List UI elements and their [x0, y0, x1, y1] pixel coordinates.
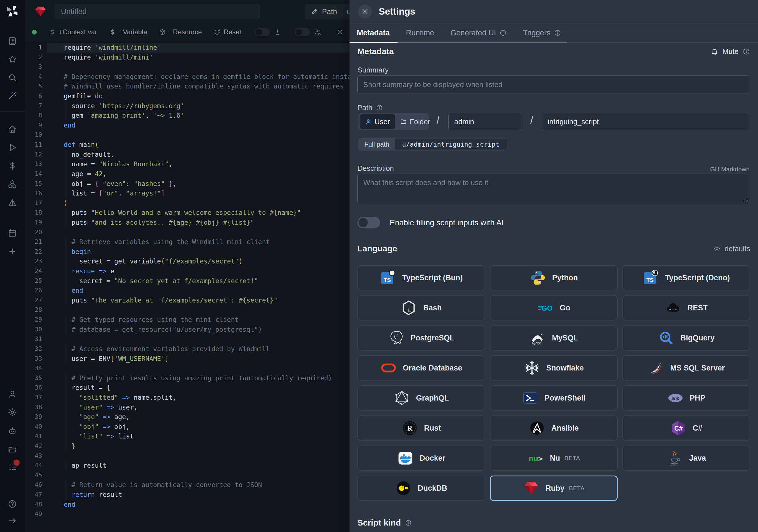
language-card-bigquery[interactable]: BigQuery: [622, 325, 750, 351]
language-card-ansible[interactable]: Ansible: [490, 415, 618, 441]
settings-gear-icon[interactable]: [336, 28, 344, 36]
code-line-10[interactable]: 10: [25, 130, 350, 140]
info-icon[interactable]: [376, 104, 383, 111]
search-icon[interactable]: [8, 73, 17, 82]
description-textarea[interactable]: [358, 174, 749, 203]
user-icon[interactable]: [8, 389, 17, 399]
app-launcher-icon[interactable]: [8, 36, 17, 46]
code-line-5[interactable]: 5# Windmill uses bundler/inline compatib…: [25, 82, 350, 91]
code-line-15[interactable]: 15 obj = { "even": "hashes" },: [25, 179, 350, 189]
code-line-48[interactable]: 48end: [25, 500, 350, 510]
code-line-12[interactable]: 12 no_default,: [25, 150, 350, 160]
code-line-23[interactable]: 23 secret = get_variable("f/examples/sec…: [25, 257, 350, 266]
info-icon[interactable]: [405, 519, 412, 526]
info-icon[interactable]: [742, 48, 750, 55]
close-button[interactable]: [358, 5, 372, 18]
pyramid-icon[interactable]: [8, 198, 17, 208]
gear-icon[interactable]: [8, 408, 17, 417]
code-line-40[interactable]: 40 "obj" => obj,: [25, 422, 350, 432]
language-card-rust[interactable]: RRust: [358, 415, 485, 441]
language-card-go[interactable]: GOGo: [490, 295, 618, 321]
code-line-27[interactable]: 27 puts "The variable at 'f/examples/sec…: [25, 296, 350, 305]
code-line-24[interactable]: 24 rescue => e: [25, 266, 350, 276]
code-line-37[interactable]: 37 "splitted" => name.split,: [25, 393, 350, 403]
code-line-14[interactable]: 14 age = 42,: [25, 169, 350, 179]
code-line-3[interactable]: 3: [25, 62, 350, 72]
star-icon[interactable]: [8, 54, 17, 64]
code-line-28[interactable]: 28: [25, 305, 350, 315]
code-line-47[interactable]: 47 return result: [25, 490, 350, 500]
owner-kind-folder[interactable]: Folder: [395, 114, 435, 129]
language-card-duckdb[interactable]: DuckDB: [358, 476, 485, 501]
script-title-input[interactable]: [55, 4, 260, 19]
code-line-33[interactable]: 33 user = ENV['WM_USERNAME']: [25, 354, 350, 364]
context-var-button[interactable]: +Context var: [49, 28, 97, 36]
help-icon[interactable]: [8, 499, 17, 509]
code-line-46[interactable]: 46 # Return value is automatically conve…: [25, 480, 350, 490]
language-card-mysql[interactable]: MySQLMySQL: [490, 325, 618, 351]
code-line-9[interactable]: 9end: [25, 121, 350, 130]
code-line-17[interactable]: 17): [25, 198, 350, 208]
calendar-icon[interactable]: [8, 229, 17, 238]
folder-open-icon[interactable]: [8, 444, 17, 454]
code-line-7[interactable]: 7 source 'https://rubygems.org': [25, 101, 350, 111]
code-line-19[interactable]: 19 puts "and its acolytes.. #{age} #{obj…: [25, 218, 350, 228]
code-line-1[interactable]: 1require 'windmill/inline': [25, 43, 350, 53]
code-line-11[interactable]: 11def main(: [25, 140, 350, 150]
language-card-ruby[interactable]: RubyBETA: [490, 476, 618, 501]
code-line-42[interactable]: 42 }: [25, 441, 350, 451]
language-card-graphql[interactable]: GraphQL: [358, 385, 485, 411]
code-line-41[interactable]: 41 "list" => list: [25, 431, 350, 441]
code-line-13[interactable]: 13 name = "Nicolas Bourbaki",: [25, 159, 350, 169]
tab-runtime[interactable]: Runtime: [406, 23, 434, 42]
code-line-22[interactable]: 22 begin: [25, 247, 350, 257]
code-line-21[interactable]: 21 # Retrieve variables using the Windmi…: [25, 237, 350, 247]
code-line-34[interactable]: 34: [25, 364, 350, 373]
path-name-input[interactable]: [542, 113, 749, 130]
owner-kind-user[interactable]: User: [360, 114, 395, 129]
code-line-16[interactable]: 16 list = ["or", "arrays!"]: [25, 189, 350, 198]
magic-wand-icon[interactable]: [8, 91, 17, 101]
code-line-4[interactable]: 4# Dependency management: declare gems i…: [25, 72, 350, 82]
code-line-35[interactable]: 35 # Pretty print results using amazing_…: [25, 373, 350, 383]
windmill-logo-icon[interactable]: [6, 5, 18, 18]
code-line-8[interactable]: 8 gem 'amazing_print', '~> 1.6': [25, 111, 350, 121]
code-line-44[interactable]: 44 ap result: [25, 461, 350, 471]
language-card-php[interactable]: phpPHP: [622, 385, 750, 411]
code-line-26[interactable]: 26 end: [25, 286, 350, 296]
language-card-ms-sql-server[interactable]: MS SQL Server: [622, 355, 750, 381]
plus-icon[interactable]: [8, 247, 17, 256]
home-icon[interactable]: [8, 124, 17, 134]
robot-icon[interactable]: [8, 426, 17, 436]
multiplayer-toggle[interactable]: [295, 28, 310, 36]
language-card-nu[interactable]: nu>NuBETA: [490, 445, 618, 471]
tab-generated-ui[interactable]: Generated UI: [451, 23, 507, 42]
reset-button[interactable]: Reset: [214, 28, 241, 36]
resource-button[interactable]: +Resource: [159, 28, 202, 36]
code-line-45[interactable]: 45: [25, 471, 350, 480]
language-card-c[interactable]: C#C#: [622, 415, 750, 441]
language-card-snowflake[interactable]: Snowflake: [490, 355, 618, 381]
code-editor[interactable]: 1require 'windmill/inline'2require 'wind…: [25, 41, 350, 532]
summary-input[interactable]: [358, 75, 749, 94]
dollar-icon[interactable]: [8, 161, 17, 170]
cubes-icon[interactable]: [8, 180, 17, 189]
language-card-rest[interactable]: HTTPREST: [622, 295, 750, 321]
code-line-49[interactable]: 49: [25, 509, 350, 519]
queue-list-icon[interactable]: [8, 462, 17, 472]
language-card-typescript-deno[interactable]: TSTypeScript (Deno): [622, 265, 750, 291]
language-card-typescript-bun[interactable]: TSTypeScript (Bun): [358, 265, 485, 291]
language-card-oracle-database[interactable]: Oracle Database: [358, 355, 485, 381]
diff-toggle[interactable]: [255, 28, 270, 36]
code-line-6[interactable]: 6gemfile do: [25, 91, 350, 101]
tab-metadata[interactable]: Metadata: [357, 23, 390, 42]
code-line-30[interactable]: 30 # database = get_resource("u/user/my_…: [25, 325, 350, 335]
code-line-39[interactable]: 39 "age" => age,: [25, 412, 350, 422]
language-card-postgresql[interactable]: PostgreSQL: [358, 325, 485, 351]
variable-button[interactable]: +Variable: [109, 28, 147, 36]
tab-triggers[interactable]: Triggers: [523, 23, 561, 42]
code-line-25[interactable]: 25 secret = "No secret yet at f/examples…: [25, 276, 350, 286]
code-line-2[interactable]: 2require 'windmill/mini': [25, 53, 350, 62]
code-line-20[interactable]: 20: [25, 228, 350, 237]
code-line-32[interactable]: 32 # Access environment variables provid…: [25, 344, 350, 354]
